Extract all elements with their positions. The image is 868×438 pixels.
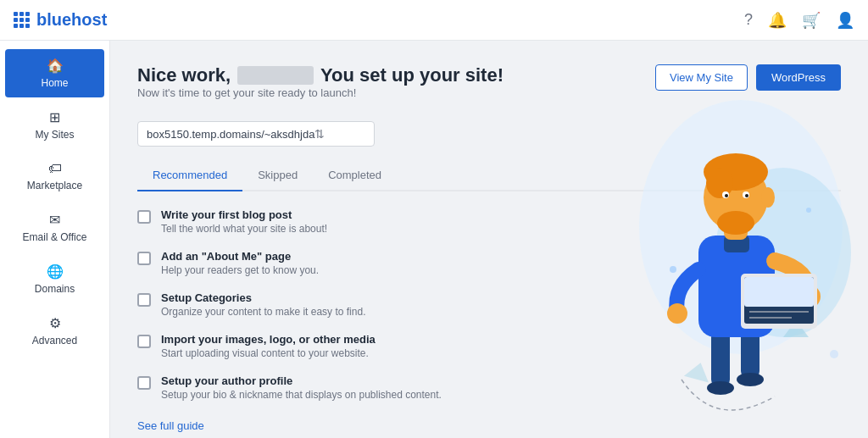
checklist-item-blog-post: Write your first blog post Tell the worl… bbox=[137, 208, 841, 235]
user-icon[interactable]: 👤 bbox=[836, 11, 854, 30]
sidebar-item-label: Advanced bbox=[32, 335, 77, 347]
tab-skipped[interactable]: Skipped bbox=[242, 162, 313, 191]
greeting-title: Nice work, You set up your site! bbox=[137, 64, 504, 86]
sidebar-item-advanced[interactable]: ⚙ Advanced bbox=[5, 307, 104, 355]
svg-point-22 bbox=[722, 191, 729, 198]
page-header: Nice work, You set up your site! Now it'… bbox=[137, 64, 841, 114]
check-title-author-profile: Setup your author profile bbox=[161, 374, 442, 387]
tab-recommended[interactable]: Recommended bbox=[137, 162, 242, 191]
tag-icon: 🏷 bbox=[48, 161, 62, 176]
check-title-setup-categories: Setup Categories bbox=[161, 291, 365, 304]
bell-icon[interactable]: 🔔 bbox=[768, 11, 787, 30]
svg-point-24 bbox=[725, 194, 728, 197]
svg-point-23 bbox=[743, 191, 749, 198]
sidebar-item-label: Marketplace bbox=[27, 180, 82, 191]
sidebar-item-home[interactable]: 🏠 Home bbox=[5, 49, 104, 97]
sidebar: 🏠 Home ⊞ My Sites 🏷 Marketplace ✉ Email … bbox=[0, 41, 110, 438]
wordpress-button[interactable]: WordPress bbox=[756, 64, 841, 91]
checklist: Write your first blog post Tell the worl… bbox=[137, 208, 841, 401]
checkbox-setup-categories[interactable] bbox=[137, 293, 151, 307]
checkbox-blog-post[interactable] bbox=[137, 210, 151, 224]
domain-value: box5150.temp.domains/~aksdhjda bbox=[147, 128, 314, 141]
check-title-import-media: Import your images, logo, or other media bbox=[161, 333, 376, 346]
checklist-item-setup-categories: Setup Categories Organize your content t… bbox=[137, 291, 841, 318]
sidebar-item-domains[interactable]: 🌐 Domains bbox=[5, 255, 104, 303]
greeting-section: Nice work, You set up your site! Now it'… bbox=[137, 64, 504, 114]
logo: bluehost bbox=[14, 10, 744, 30]
main-layout: 🏠 Home ⊞ My Sites 🏷 Marketplace ✉ Email … bbox=[0, 41, 868, 438]
svg-point-25 bbox=[745, 194, 748, 197]
check-title-about-page: Add an "About Me" page bbox=[161, 250, 319, 263]
greeting-prefix: Nice work, bbox=[137, 64, 231, 86]
sidebar-item-label: My Sites bbox=[35, 129, 74, 141]
sidebar-item-label: Email & Office bbox=[23, 231, 87, 243]
cart-icon[interactable]: 🛒 bbox=[802, 11, 821, 30]
logo-text: bluehost bbox=[36, 10, 107, 30]
checkbox-about-page[interactable] bbox=[137, 252, 151, 265]
user-name-redacted bbox=[237, 66, 314, 85]
checklist-item-import-media: Import your images, logo, or other media… bbox=[137, 333, 841, 359]
home-icon: 🏠 bbox=[47, 58, 64, 74]
wordpress-icon: ⊞ bbox=[49, 109, 60, 125]
see-full-guide-link[interactable]: See full guide bbox=[137, 419, 204, 432]
sidebar-item-label: Domains bbox=[35, 283, 75, 295]
checklist-item-about-page: Add an "About Me" page Help your readers… bbox=[137, 250, 841, 276]
domain-selector[interactable]: box5150.temp.domains/~aksdhjda ⇅ bbox=[137, 121, 375, 147]
globe-icon: 🌐 bbox=[47, 263, 64, 280]
check-desc-about-page: Help your readers get to know you. bbox=[161, 264, 319, 276]
view-my-site-button[interactable]: View My Site bbox=[655, 64, 748, 91]
checkbox-author-profile[interactable] bbox=[137, 376, 151, 390]
sidebar-item-my-sites[interactable]: ⊞ My Sites bbox=[5, 101, 104, 149]
question-circle-icon[interactable]: ? bbox=[744, 11, 753, 29]
greeting-suffix: You set up your site! bbox=[320, 64, 504, 86]
checkbox-import-media[interactable] bbox=[137, 335, 151, 348]
email-icon: ✉ bbox=[49, 212, 60, 228]
header-buttons: View My Site WordPress bbox=[655, 64, 841, 91]
topbar-icons: ? 🔔 🛒 👤 bbox=[744, 11, 854, 30]
sidebar-item-email-office[interactable]: ✉ Email & Office bbox=[5, 203, 104, 252]
gear-icon: ⚙ bbox=[49, 315, 61, 331]
topbar: bluehost ? 🔔 🛒 👤 bbox=[0, 0, 868, 41]
sidebar-item-marketplace[interactable]: 🏷 Marketplace bbox=[5, 152, 104, 200]
tabs-bar: Recommended Skipped Completed bbox=[137, 162, 841, 191]
check-desc-setup-categories: Organize your content to make it easy to… bbox=[161, 306, 365, 318]
check-desc-author-profile: Setup your bio & nickname that displays … bbox=[161, 389, 442, 401]
checklist-item-author-profile: Setup your author profile Setup your bio… bbox=[137, 374, 841, 401]
content-area: Nice work, You set up your site! Now it'… bbox=[110, 41, 868, 438]
sidebar-item-label: Home bbox=[41, 77, 68, 89]
check-desc-blog-post: Tell the world what your site is about! bbox=[161, 223, 327, 235]
logo-grid-icon bbox=[14, 12, 30, 28]
chevron-updown-icon: ⇅ bbox=[314, 127, 365, 141]
tab-completed[interactable]: Completed bbox=[313, 162, 397, 191]
page-subtitle: Now it's time to get your site ready to … bbox=[137, 86, 504, 99]
check-title-blog-post: Write your first blog post bbox=[161, 208, 327, 221]
check-desc-import-media: Start uploading visual content to your w… bbox=[161, 347, 376, 359]
